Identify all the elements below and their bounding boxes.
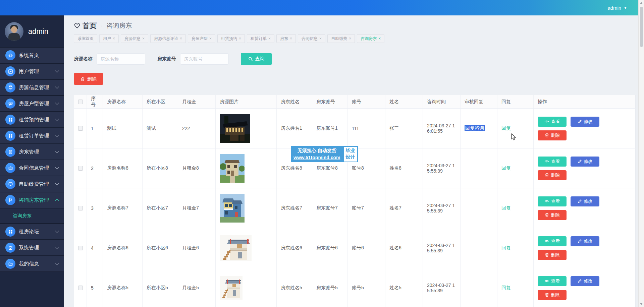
chevron-down-icon (55, 245, 59, 249)
close-icon[interactable]: × (209, 36, 212, 41)
reply-link[interactable]: 回复 (501, 125, 511, 131)
tab-landlord[interactable]: 房东× (276, 34, 296, 43)
close-icon[interactable]: × (319, 36, 322, 41)
tab-users[interactable]: 用户× (99, 34, 119, 43)
row-checkbox[interactable] (78, 246, 83, 250)
edit-button[interactable]: 修改 (571, 157, 599, 167)
scroll-up-arrow-icon[interactable] (640, 2, 643, 4)
row-checkbox[interactable] (78, 166, 83, 171)
trash-icon (545, 293, 549, 297)
sidebar-item-home[interactable]: 系统首页 (0, 48, 64, 64)
sidebar-item-consult-landlord-mgmt[interactable]: 咨询房东管理 (0, 192, 64, 208)
col-actions: 操作 (534, 95, 636, 109)
folder-icon (5, 259, 15, 269)
user-menu[interactable]: admin ▼ (607, 0, 627, 15)
sidebar-item-self-payment[interactable]: 自助缴费管理 (0, 176, 64, 192)
close-icon[interactable]: × (378, 36, 381, 41)
close-icon[interactable]: × (349, 36, 351, 41)
edit-button[interactable]: 修改 (571, 236, 599, 246)
edit-button[interactable]: 修改 (571, 196, 599, 206)
bulk-delete-button[interactable]: 删除 (74, 73, 103, 85)
cell-review-reply (461, 228, 497, 268)
delete-label: 删除 (551, 292, 560, 298)
cell-landlord-name: 房东姓名7 (277, 188, 312, 228)
close-icon[interactable]: × (113, 36, 115, 41)
cell-community: 所在小区7 (143, 188, 178, 228)
view-button[interactable]: 查看 (538, 117, 567, 127)
tab-home[interactable]: 系统首页 (74, 34, 97, 43)
cell-index: 2 (87, 148, 103, 188)
tab-lease-order[interactable]: 租赁订单× (247, 34, 274, 43)
close-icon[interactable]: × (142, 36, 145, 41)
close-icon[interactable]: × (239, 36, 241, 41)
view-button[interactable]: 查看 (538, 157, 567, 167)
cell-house-name: 房源名称5 (103, 268, 143, 307)
tab-house-info[interactable]: 房源信息× (121, 34, 148, 43)
sidebar-item-house-type[interactable]: 房屋户型管理 (0, 96, 64, 112)
tab-lease-booking[interactable]: 租赁预约× (217, 34, 245, 43)
reply-link[interactable]: 回复 (501, 205, 511, 210)
select-all-checkbox[interactable] (78, 100, 83, 104)
delete-button[interactable]: 删除 (538, 290, 567, 300)
delete-button[interactable]: 删除 (538, 130, 567, 140)
breadcrumb: 首页 - 咨询房东 (64, 15, 638, 31)
sidebar-item-lease-order[interactable]: 租赁订单管理 (0, 128, 64, 144)
delete-button[interactable]: 删除 (538, 170, 567, 180)
tab-house-comments[interactable]: 房源信息评论× (150, 34, 186, 43)
sidebar-item-users[interactable]: 用户管理 (0, 64, 64, 80)
reply-link[interactable]: 回复 (501, 165, 511, 171)
sidebar-item-landlord[interactable]: 房东管理 (0, 144, 64, 160)
col-consult-time: 咨询时间 (423, 95, 461, 109)
sidebar-subitem-consult-landlord[interactable]: 咨询房东 (0, 208, 64, 224)
row-checkbox[interactable] (78, 126, 83, 131)
sidebar-item-contract[interactable]: 合同信息管理 (0, 160, 64, 176)
clipboard-check-icon (5, 243, 15, 253)
sidebar-item-lease-booking[interactable]: 租赁预约管理 (0, 112, 64, 128)
edit-button[interactable]: 修改 (571, 276, 599, 286)
col-landlord-account: 房东账号 (312, 95, 348, 109)
top-navbar: admin ▼ (0, 0, 644, 15)
table-row: 3 房源名称7 所在小区7 月租金7 房东姓名7 房东账号7 账号7 姓名7 (74, 188, 636, 228)
delete-button[interactable]: 删除 (538, 210, 567, 220)
sidebar-item-forum[interactable]: 租房论坛 (0, 224, 64, 240)
close-icon[interactable]: × (290, 36, 292, 41)
search-button[interactable]: 查询 (241, 53, 272, 65)
house-name-input[interactable] (97, 53, 145, 65)
landlord-account-input[interactable] (180, 53, 229, 65)
sidebar-item-house-info[interactable]: 房源信息管理 (0, 80, 64, 96)
sidebar-item-my-info[interactable]: 我的信息 (0, 256, 64, 272)
col-person-name: 姓名 (385, 95, 423, 109)
cell-person-name: 张三 (385, 109, 423, 148)
reply-link[interactable]: 回复 (501, 245, 511, 250)
close-icon[interactable]: × (268, 36, 271, 41)
edit-button[interactable]: 修改 (571, 117, 599, 127)
tab-label: 咨询房东 (361, 36, 377, 42)
tab-consult-landlord[interactable]: 咨询房东× (357, 34, 384, 43)
view-button[interactable]: 查看 (538, 196, 567, 206)
avatar (5, 22, 23, 41)
selected-text: 回复咨询 (465, 125, 485, 131)
delete-button[interactable]: 删除 (538, 250, 567, 260)
row-checkbox[interactable] (78, 206, 83, 210)
delete-label: 删除 (551, 172, 560, 178)
tab-contract[interactable]: 合同信息× (298, 34, 325, 43)
close-icon[interactable]: × (180, 36, 182, 41)
sidebar-item-system[interactable]: 系统管理 (0, 240, 64, 256)
tab-self-payment[interactable]: 自助缴费× (327, 34, 355, 43)
view-button[interactable]: 查看 (538, 236, 567, 246)
tab-label: 合同信息 (302, 36, 318, 42)
vertical-scrollbar[interactable] (638, 0, 644, 307)
scrollbar-thumb[interactable] (640, 7, 643, 47)
cell-community: 测试 (143, 109, 178, 148)
cell-landlord-name: 房东姓名1 (277, 109, 312, 148)
scroll-down-arrow-icon[interactable] (640, 303, 643, 305)
view-button[interactable]: 查看 (538, 276, 567, 286)
reply-link[interactable]: 回复 (501, 285, 511, 290)
tab-house-type[interactable]: 房屋户型× (188, 34, 215, 43)
cell-landlord-account: 房东账号6 (312, 228, 348, 268)
tab-label: 用户 (103, 36, 111, 42)
cell-index: 3 (87, 188, 103, 228)
row-checkbox[interactable] (78, 286, 83, 290)
table-row: 4 房源名称6 所在小区6 月租金6 房东姓名6 房东账号6 账号6 姓名6 (74, 228, 636, 268)
breadcrumb-home[interactable]: 首页 (83, 21, 97, 30)
